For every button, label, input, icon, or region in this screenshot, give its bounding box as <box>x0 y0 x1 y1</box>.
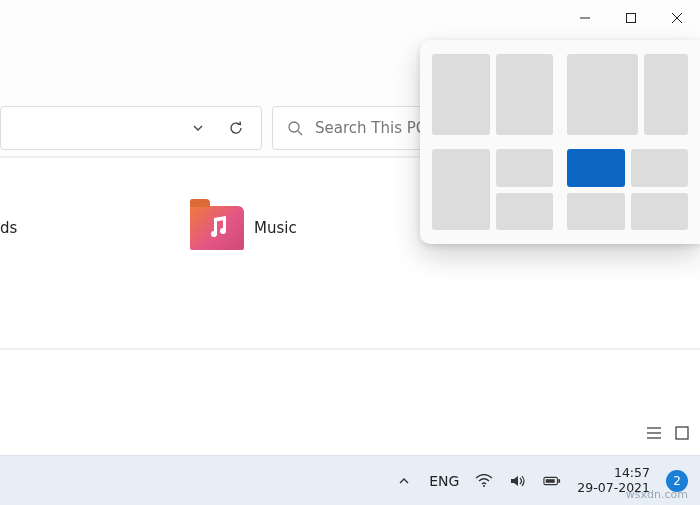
clock[interactable]: 14:57 29-07-2021 <box>577 466 650 495</box>
search-placeholder: Search This PC <box>315 119 426 137</box>
snap-layouts-flyout <box>420 40 700 244</box>
snap-cell[interactable] <box>496 193 554 231</box>
folder-label: Music <box>254 219 297 237</box>
refresh-button[interactable] <box>217 109 255 147</box>
sound-button[interactable] <box>509 472 527 490</box>
snap-cell[interactable] <box>432 54 490 135</box>
clock-time: 14:57 <box>577 466 650 480</box>
battery-button[interactable] <box>543 472 561 490</box>
snap-layout-two-even[interactable] <box>432 54 553 135</box>
refresh-icon <box>228 120 244 136</box>
speaker-icon <box>510 474 526 488</box>
view-list-button[interactable] <box>644 423 664 443</box>
wifi-button[interactable] <box>475 472 493 490</box>
snap-cell[interactable] <box>432 149 490 230</box>
snap-layout-three[interactable] <box>432 149 553 230</box>
svg-point-10 <box>483 485 485 487</box>
svg-line-5 <box>298 131 302 135</box>
chevron-down-icon <box>191 121 205 135</box>
battery-icon <box>543 475 561 487</box>
minimize-button[interactable] <box>562 0 608 36</box>
chevron-up-icon <box>397 474 411 488</box>
svg-rect-12 <box>559 479 561 483</box>
notifications-count: 2 <box>673 474 681 488</box>
svg-point-4 <box>289 122 299 132</box>
file-explorer-window: Search This PC ds Music <box>0 0 700 505</box>
close-button[interactable] <box>654 0 700 36</box>
minimize-icon <box>579 12 591 24</box>
snap-layout-two-wide-left[interactable] <box>567 54 688 135</box>
snap-cell[interactable] <box>567 193 625 231</box>
svg-rect-9 <box>676 427 688 439</box>
address-history-button[interactable] <box>179 109 217 147</box>
language-indicator[interactable]: ENG <box>429 473 459 489</box>
maximize-icon <box>625 12 637 24</box>
snap-cell-selected[interactable] <box>567 149 625 187</box>
list-icon <box>646 426 662 440</box>
svg-rect-13 <box>546 479 555 483</box>
view-switcher <box>644 423 692 443</box>
system-tray: ENG 14:57 29-07-2021 2 <box>395 456 688 505</box>
folder-row: Music <box>190 206 297 250</box>
snap-cell[interactable] <box>631 193 689 231</box>
close-icon <box>671 12 683 24</box>
snap-cell[interactable] <box>631 149 689 187</box>
tray-overflow-button[interactable] <box>395 472 413 490</box>
maximize-button[interactable] <box>608 0 654 36</box>
address-bar[interactable] <box>0 106 262 150</box>
wifi-icon <box>475 474 493 488</box>
notifications-badge[interactable]: 2 <box>666 470 688 492</box>
snap-cell[interactable] <box>644 54 688 135</box>
taskbar: ENG 14:57 29-07-2021 2 wsxdn.com <box>0 455 700 505</box>
grid-icon <box>675 426 689 440</box>
svg-rect-1 <box>627 14 636 23</box>
snap-cell[interactable] <box>496 54 554 135</box>
folder-item-music[interactable]: Music <box>190 206 297 250</box>
search-icon <box>287 120 303 136</box>
snap-cell[interactable] <box>496 149 554 187</box>
window-controls <box>562 0 700 36</box>
view-grid-button[interactable] <box>672 423 692 443</box>
music-note-icon <box>206 214 230 240</box>
partial-item-label: ds <box>0 219 17 237</box>
snap-layout-four[interactable] <box>567 149 688 230</box>
clock-date: 29-07-2021 <box>577 481 650 495</box>
music-folder-icon <box>190 206 244 250</box>
snap-cell[interactable] <box>567 54 638 135</box>
